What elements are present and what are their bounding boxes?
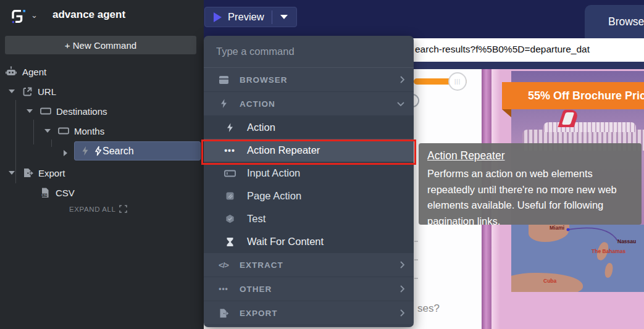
test-hexagon-icon <box>224 214 236 223</box>
tree-item-agent[interactable]: Agent <box>5 64 46 80</box>
menu-section-other[interactable]: ••• OTHER <box>204 277 414 301</box>
chevron-down-icon[interactable] <box>9 90 15 93</box>
menu-item-label: Action Repeater <box>247 144 320 156</box>
expand-all-label: EXPAND ALL <box>69 206 115 213</box>
menu-item-label: Wait For Content <box>247 236 324 248</box>
tree-item-label: CSV <box>56 188 75 198</box>
caribbean-map: Miami Nassau The Bahamas Cuba <box>511 225 644 292</box>
preview-label: Preview <box>228 11 264 23</box>
app-window: Preview Browse earch-results?f%5B0%5D=de… <box>0 0 644 329</box>
export-file-icon <box>217 308 230 319</box>
chevron-right-icon[interactable] <box>64 150 67 156</box>
sidebar: ⌄ advance agent + New Command Agent U <box>0 0 204 329</box>
page-header-strip <box>404 62 644 69</box>
page-icon <box>224 191 236 201</box>
chevron-right-icon <box>399 260 405 269</box>
tooltip-title: Action Repeater <box>427 149 633 162</box>
url-bar[interactable]: earch-results?f%5B0%5D=departure_dat <box>404 38 644 62</box>
action-bolt-icon <box>94 146 102 156</box>
tree-item-label: Search <box>102 146 134 157</box>
tree-item-months[interactable]: Months <box>44 123 104 139</box>
menu-item-label: Test <box>247 213 266 225</box>
chevron-right-icon <box>399 75 405 84</box>
menu-section-export[interactable]: EXPORT <box>204 301 414 325</box>
chevron-down-icon[interactable] <box>44 129 51 133</box>
map-label-nassau: Nassau <box>617 238 636 244</box>
banner-text: 55% Off Brochure Price <box>528 90 644 102</box>
new-command-button[interactable]: + New Command <box>5 36 196 54</box>
menu-section-label: ACTION <box>240 99 275 109</box>
partial-question-text: ses? <box>417 302 440 315</box>
code-icon: </> <box>217 260 230 270</box>
tree-item-search-selected[interactable]: Search <box>74 141 201 160</box>
tree-item-label: Agent <box>22 67 46 77</box>
tooltip-body: Performs an action on web elements repea… <box>427 166 633 229</box>
menu-item-input-action[interactable]: Input Action <box>204 162 414 185</box>
hourglass-icon <box>224 237 236 247</box>
play-icon <box>214 12 222 22</box>
input-box-icon <box>224 169 236 178</box>
tab-browse[interactable]: Browse <box>585 5 644 38</box>
url-text: earch-results?f%5B0%5D=departure_dat <box>415 44 590 55</box>
tree-item-export[interactable]: Export <box>9 165 65 181</box>
chevron-down-icon[interactable]: ⌄ <box>31 10 38 20</box>
chevron-down-icon[interactable] <box>27 109 33 113</box>
robot-icon <box>5 65 17 78</box>
command-menu: BROWSER ACTION Action ••• Action Rep <box>204 36 414 327</box>
form-line <box>414 278 418 279</box>
tree-guide-line <box>33 120 34 144</box>
promo-banner: 55% Off Brochure Price <box>502 82 644 109</box>
menu-item-page-action[interactable]: Page Action <box>204 185 414 207</box>
input-box-icon <box>58 127 69 135</box>
menu-item-action[interactable]: Action <box>204 116 414 139</box>
expand-icon <box>119 205 127 213</box>
lightning-icon <box>224 123 236 133</box>
banner-ribbon-fold <box>502 109 511 117</box>
tree-item-label: Destinations <box>56 106 107 117</box>
input-box-icon <box>40 107 51 115</box>
app-logo-icon[interactable] <box>6 5 28 27</box>
menu-section-label: EXTRACT <box>240 260 283 270</box>
menu-item-test[interactable]: Test <box>204 207 414 230</box>
menu-section-label: BROWSER <box>240 75 288 85</box>
expand-all-button[interactable]: EXPAND ALL <box>69 205 127 213</box>
csv-file-icon: CSV <box>40 187 51 199</box>
tree-item-label: Months <box>74 126 104 136</box>
action-repeater-tooltip: Action Repeater Performs an action on we… <box>419 143 642 225</box>
price-slider-handle[interactable]: ||| <box>448 72 467 91</box>
slider-grip-icon: ||| <box>454 78 461 85</box>
ship-deck <box>543 122 636 132</box>
tree-chevron-search[interactable] <box>64 145 67 161</box>
menu-section-extract[interactable]: </> EXTRACT <box>204 253 414 277</box>
menu-section-browser[interactable]: BROWSER <box>204 68 414 92</box>
menu-item-action-repeater[interactable]: ••• Action Repeater <box>204 139 414 162</box>
chevron-down-icon[interactable] <box>280 15 288 19</box>
chevron-down-icon[interactable] <box>9 171 15 175</box>
command-search-input[interactable] <box>204 36 414 68</box>
tree-item-csv[interactable]: CSV CSV <box>40 185 75 201</box>
preview-button[interactable]: Preview <box>204 7 297 27</box>
export-file-icon <box>22 167 33 178</box>
dots-icon: ••• <box>217 285 230 293</box>
menu-section-label: EXPORT <box>240 309 278 318</box>
browse-label: Browse <box>608 15 644 28</box>
svg-text:CSV: CSV <box>42 193 48 196</box>
sidebar-header: ⌄ advance agent <box>0 0 204 32</box>
menu-item-wait-for-content[interactable]: Wait For Content <box>204 230 414 253</box>
chevron-down-icon <box>396 101 405 107</box>
tree-item-url[interactable]: URL <box>9 83 56 99</box>
chevron-right-icon <box>399 309 405 317</box>
tree-item-label: Export <box>38 168 65 178</box>
menu-item-label: Input Action <box>247 167 300 179</box>
lightning-icon <box>81 146 90 156</box>
menu-section-action[interactable]: ACTION <box>204 92 414 116</box>
map-label-cuba: Cuba <box>543 278 556 284</box>
lightning-icon <box>217 99 230 109</box>
form-line <box>414 241 418 242</box>
browser-icon <box>217 75 230 85</box>
tree-item-destinations[interactable]: Destinations <box>27 103 107 119</box>
menu-section-label: OTHER <box>240 285 272 294</box>
route-line <box>511 225 644 292</box>
tree-item-label: URL <box>38 86 56 97</box>
agent-title: advance agent <box>52 9 125 21</box>
